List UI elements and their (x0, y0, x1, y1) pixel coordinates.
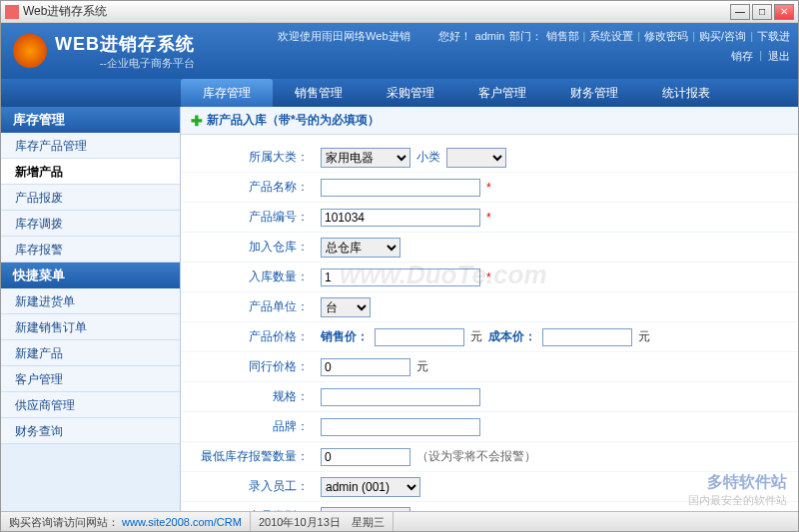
select-category[interactable]: 家用电器 (321, 148, 410, 168)
close-button[interactable]: ✕ (774, 4, 794, 20)
status-bar: 购买咨询请访问网站： www.site2008.com/CRM 2010年10月… (1, 511, 798, 531)
sidebar-item-new-product[interactable]: 新建产品 (1, 340, 180, 366)
unit-yuan: 元 (638, 328, 650, 345)
input-brand[interactable] (321, 418, 480, 436)
label-code: 产品编号： (181, 209, 321, 226)
select-unit[interactable]: 台 (321, 297, 371, 317)
link-download[interactable]: 下载进 (757, 29, 790, 44)
titlebar: Web进销存系统 — □ ✕ (1, 1, 798, 23)
hint-alarm: （设为零将不会报警） (416, 448, 536, 465)
plus-icon: ✚ (191, 113, 203, 129)
sidebar-item-new-purchase[interactable]: 新建进货单 (1, 288, 180, 314)
label-staff: 录入员工： (181, 478, 321, 495)
top-info-bar: 欢迎使用雨田网络Web进销 您好！ admin 部门： 销售部 | 系统设置 |… (221, 23, 798, 49)
label-category: 所属大类： (181, 149, 321, 166)
status-date: 2010年10月13日 星期三 (251, 512, 394, 531)
sidebar-item-new-sale[interactable]: 新建销售订单 (1, 314, 180, 340)
dept-value: 销售部 (546, 29, 579, 44)
unit-yuan: 元 (416, 358, 428, 375)
sidebar-item-customer[interactable]: 客户管理 (1, 366, 180, 392)
input-name[interactable] (321, 179, 480, 197)
app-icon (5, 5, 19, 19)
header: WEB进销存系统 --企业电子商务平台 欢迎使用雨田网络Web进销 您好！ ad… (1, 23, 798, 79)
form-title: ✚ 新产品入库（带*号的为必填项） (181, 107, 798, 135)
select-subcategory[interactable] (446, 148, 506, 168)
label-warehouse: 加入仓库： (181, 239, 321, 256)
maximize-button[interactable]: □ (752, 4, 772, 20)
label-subcategory: 小类 (416, 149, 440, 166)
label-cost-price: 成本价： (488, 328, 536, 345)
logo-subtitle: --企业电子商务平台 (55, 56, 195, 71)
status-label: 购买咨询请访问网站： (9, 516, 119, 528)
link-purchase-consult[interactable]: 购买/咨询 (699, 29, 746, 44)
main-nav: 库存管理 销售管理 采购管理 客户管理 财务管理 统计报表 (1, 79, 798, 107)
input-spec[interactable] (321, 388, 480, 406)
content-area: ✚ 新产品入库（带*号的为必填项） 所属大类： 家用电器 小类 产品名称： (181, 107, 798, 511)
sidebar-item-product-manage[interactable]: 库存产品管理 (1, 133, 180, 159)
sidebar-item-finance-query[interactable]: 财务查询 (1, 418, 180, 444)
nav-purchase[interactable]: 采购管理 (365, 79, 456, 107)
sidebar-header-inventory: 库存管理 (1, 107, 180, 133)
nav-customer[interactable]: 客户管理 (456, 79, 548, 107)
dept-label: 部门： (509, 29, 542, 44)
input-cost-price[interactable] (542, 328, 632, 346)
link-logout[interactable]: 退出 (768, 49, 790, 63)
status-site[interactable]: www.site2008.com/CRM (122, 516, 242, 528)
link-system-settings[interactable]: 系统设置 (589, 29, 633, 44)
label-alarm: 最低库存报警数量： (181, 448, 321, 465)
input-qty[interactable] (321, 268, 480, 286)
link-inventory[interactable]: 销存 (731, 49, 753, 63)
unit-yuan: 元 (470, 328, 482, 345)
label-brand: 品牌： (181, 418, 321, 435)
sidebar-header-quick: 快捷菜单 (1, 263, 180, 288)
sidebar-item-alarm[interactable]: 库存报警 (1, 237, 180, 263)
label-qty: 入库数量： (181, 268, 321, 285)
nav-sales[interactable]: 销售管理 (273, 79, 365, 107)
sidebar-item-transfer[interactable]: 库存调拨 (1, 211, 180, 237)
nav-reports[interactable]: 统计报表 (640, 79, 732, 107)
watermark-corner: 多特软件站 国内最安全的软件站 (688, 472, 787, 508)
sidebar-item-supplier[interactable]: 供应商管理 (1, 392, 180, 418)
required-mark: * (486, 211, 491, 225)
minimize-button[interactable]: — (730, 4, 750, 20)
label-sale-price: 销售价： (321, 328, 369, 345)
welcome-text: 欢迎使用雨田网络Web进销 (278, 29, 409, 44)
label-price: 产品价格： (181, 328, 321, 345)
label-spec: 规格： (181, 388, 321, 405)
link-change-password[interactable]: 修改密码 (644, 29, 688, 44)
sidebar-item-scrap[interactable]: 产品报废 (1, 185, 180, 211)
nav-finance[interactable]: 财务管理 (548, 79, 640, 107)
window-title: Web进销存系统 (23, 3, 730, 20)
sidebar: 库存管理 库存产品管理 新增产品 产品报废 库存调拨 库存报警 快捷菜单 新建进… (1, 107, 181, 511)
required-mark: * (486, 181, 491, 195)
nav-inventory[interactable]: 库存管理 (181, 79, 273, 107)
label-unit: 产品单位： (181, 298, 321, 315)
input-alarm[interactable] (321, 448, 410, 466)
label-name: 产品名称： (181, 179, 321, 196)
user-name: admin (475, 30, 505, 42)
label-peer: 同行价格： (181, 358, 321, 375)
logo-icon (13, 34, 47, 68)
input-sale-price[interactable] (375, 328, 464, 346)
logo-title: WEB进销存系统 (55, 32, 195, 56)
greet-label: 您好！ (438, 29, 471, 44)
app-window: Web进销存系统 — □ ✕ WEB进销存系统 --企业电子商务平台 欢迎使用雨… (0, 0, 799, 532)
required-mark: * (486, 270, 491, 284)
select-staff[interactable]: admin (001) (321, 477, 420, 497)
select-warehouse[interactable]: 总仓库 (321, 238, 400, 258)
sidebar-item-add-product[interactable]: 新增产品 (1, 159, 180, 185)
input-code[interactable] (321, 209, 480, 227)
input-peer[interactable] (321, 358, 410, 376)
